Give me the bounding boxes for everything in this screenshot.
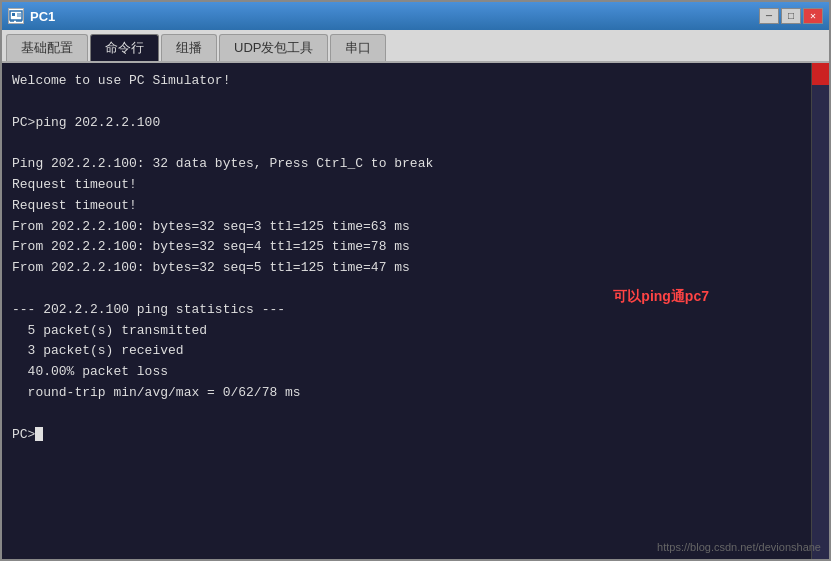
window-icon <box>8 8 24 24</box>
annotation-text: 可以ping通pc7 <box>613 288 709 306</box>
main-window: PC1 ─ □ ✕ 基础配置 命令行 组播 UDP发包工具 串口 Welcome… <box>0 0 831 561</box>
tab-udp-tool[interactable]: UDP发包工具 <box>219 34 328 61</box>
tab-basic-config[interactable]: 基础配置 <box>6 34 88 61</box>
window-title: PC1 <box>30 9 55 24</box>
title-bar-left: PC1 <box>8 8 55 24</box>
scrollbar-top-indicator <box>812 63 829 85</box>
title-buttons: ─ □ ✕ <box>759 8 823 24</box>
minimize-button[interactable]: ─ <box>759 8 779 24</box>
title-bar: PC1 ─ □ ✕ <box>2 2 829 30</box>
right-scrollbar[interactable] <box>811 63 829 559</box>
restore-button[interactable]: □ <box>781 8 801 24</box>
close-button[interactable]: ✕ <box>803 8 823 24</box>
svg-rect-1 <box>12 13 15 16</box>
tab-multicast[interactable]: 组播 <box>161 34 217 61</box>
terminal-output: Welcome to use PC Simulator! PC>ping 202… <box>12 71 819 445</box>
watermark-text: https://blog.csdn.net/devionshane <box>657 541 821 553</box>
cursor <box>35 427 43 441</box>
tab-serial[interactable]: 串口 <box>330 34 386 61</box>
terminal-area[interactable]: Welcome to use PC Simulator! PC>ping 202… <box>2 63 829 559</box>
tab-bar: 基础配置 命令行 组播 UDP发包工具 串口 <box>2 30 829 63</box>
tab-command-line[interactable]: 命令行 <box>90 34 159 61</box>
